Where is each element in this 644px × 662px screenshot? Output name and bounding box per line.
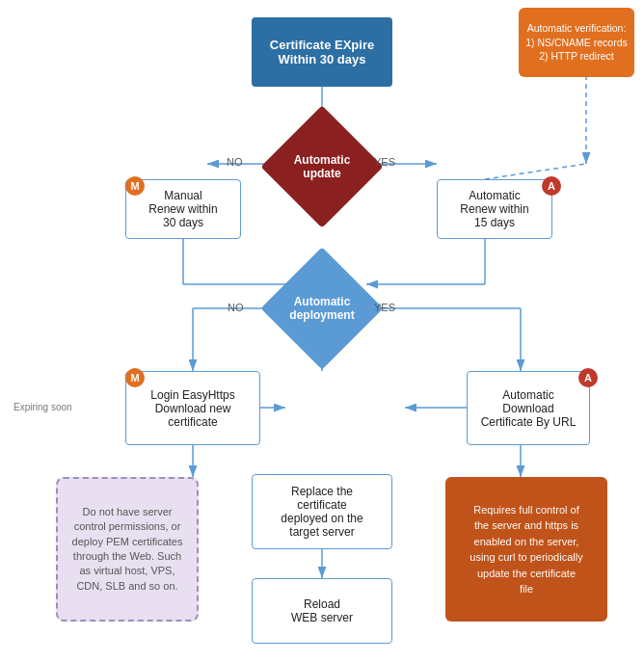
auto-renew-label: AutomaticRenew within15 days	[460, 189, 528, 229]
auto-download-box: AutomaticDownloadCertificate By URL	[467, 371, 590, 445]
auto-download-label: AutomaticDownloadCertificate By URL	[481, 388, 577, 429]
automatic-update-label: Automaticupdate	[279, 123, 365, 210]
svg-line-20	[485, 164, 586, 179]
requires-full-label: Requires full control ofthe server and h…	[470, 502, 582, 597]
badge-m2: M	[125, 368, 145, 387]
badge-a1: A	[542, 176, 561, 196]
yes2-label: YES	[374, 302, 395, 313]
login-easyhttps-label: Login EasyHttpsDownload newcertificate	[150, 388, 234, 429]
manual-renew-label: ManualRenew within30 days	[148, 189, 217, 229]
requires-full-control-box: Requires full control ofthe server and h…	[445, 477, 607, 622]
reload-web-label: ReloadWEB server	[291, 597, 353, 624]
auto-verification-label: Automatic verification:1) NS/CNAME recor…	[525, 21, 628, 64]
no2-label: NO	[228, 302, 244, 313]
expiring-soon-label: Expiring soon	[13, 401, 72, 412]
replace-cert-label: Replace thecertificatedeployed on thetar…	[281, 485, 362, 539]
automatic-deployment-diamond-wrap: Automaticdeployment	[279, 265, 365, 352]
no-control-box: Do not have servercontrol permissions, o…	[56, 477, 199, 622]
reload-web-box: ReloadWEB server	[252, 578, 392, 644]
certificate-expire-box: Certificate EXpireWithin 30 days	[252, 17, 392, 87]
certificate-expire-label: Certificate EXpireWithin 30 days	[270, 38, 374, 66]
automatic-deployment-label: Automaticdeployment	[279, 265, 365, 352]
replace-cert-box: Replace thecertificatedeployed on thetar…	[252, 474, 392, 549]
badge-a2: A	[578, 368, 598, 387]
yes1-label: YES	[374, 156, 395, 168]
auto-renew-box: AutomaticRenew within15 days	[437, 179, 552, 239]
automatic-update-diamond-wrap: Automaticupdate	[279, 123, 365, 210]
no1-label: NO	[227, 156, 243, 168]
login-easyhttps-box: Login EasyHttpsDownload newcertificate	[125, 371, 260, 445]
flowchart-diagram: Certificate EXpireWithin 30 days Automat…	[0, 0, 644, 662]
auto-verification-box: Automatic verification:1) NS/CNAME recor…	[519, 8, 634, 77]
no-control-label: Do not have servercontrol permissions, o…	[72, 505, 183, 594]
badge-m1: M	[125, 176, 145, 196]
